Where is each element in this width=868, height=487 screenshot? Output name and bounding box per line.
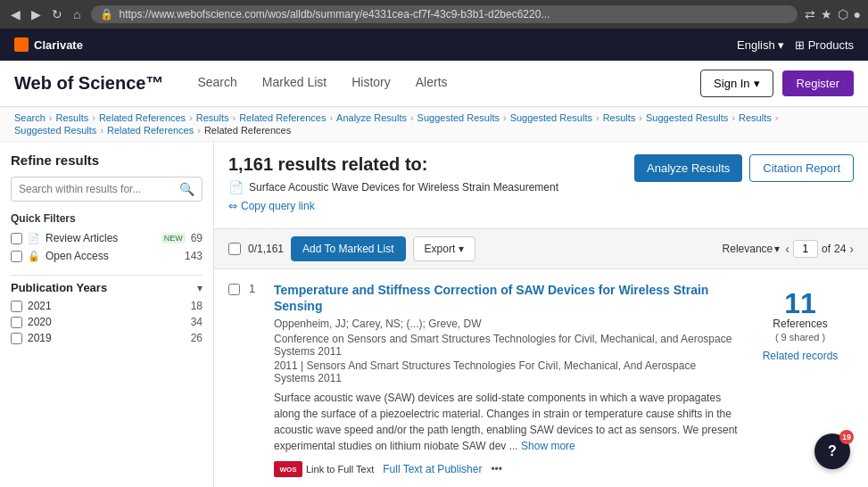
breadcrumb: Search › Results › Related References › … (0, 107, 868, 142)
result-1-fulltext-link[interactable]: WOS Link to Full Text (274, 461, 374, 477)
search-within-box[interactable]: 🔍 (11, 177, 203, 202)
add-to-marked-button[interactable]: Add To Marked List (291, 236, 406, 261)
bookmark-icon[interactable]: ★ (821, 7, 832, 21)
nav-right: Sign In ▾ Register (700, 70, 854, 97)
translate-icon[interactable]: ⇄ (805, 7, 815, 21)
year-2019-checkbox[interactable] (11, 333, 22, 344)
refine-title: Refine results (11, 153, 203, 168)
result-1-number: 1 (249, 282, 265, 477)
nav-marked-list[interactable]: Marked List (250, 61, 339, 106)
result-item-1: 1 Temperature and Stiffness Correction o… (214, 269, 868, 487)
page-input[interactable] (793, 240, 818, 258)
year-2021-label: 2021 (28, 300, 186, 312)
page-content: Refine results 🔍 Quick Filters 📄 Review … (0, 142, 868, 487)
sort-section: Relevance ▾ ‹ of 24 › (723, 240, 854, 258)
breadcrumb-results-3[interactable]: Results (603, 112, 636, 123)
breadcrumb-results-2[interactable]: Results (196, 112, 229, 123)
next-page-button[interactable]: › (849, 242, 854, 256)
help-label: ? (828, 443, 837, 459)
open-access-checkbox[interactable] (11, 251, 22, 262)
link-icon: ⇔ (228, 200, 237, 212)
result-1-more-options[interactable]: ••• (491, 463, 502, 475)
review-articles-checkbox[interactable] (11, 233, 22, 244)
breadcrumb-sep-10: › (732, 112, 735, 123)
citation-report-button[interactable]: Citation Report (749, 154, 854, 182)
result-1-conference: Conference on Sensors and Smart Structur… (274, 333, 738, 358)
nav-history[interactable]: History (339, 61, 403, 106)
search-within-button[interactable]: 🔍 (179, 182, 194, 196)
lock-icon: 🔒 (100, 8, 113, 21)
year-2021-checkbox[interactable] (11, 301, 22, 312)
help-button[interactable]: 19 ? (814, 433, 850, 469)
breadcrumb-search[interactable]: Search (14, 112, 45, 123)
clarivate-square-icon (14, 37, 29, 52)
result-1-content: Temperature and Stiffness Correction of … (274, 282, 738, 477)
breadcrumb-related-refs-3[interactable]: Related References (107, 125, 194, 136)
result-1-checkbox-wrap (228, 284, 240, 477)
document-icon: 📄 (28, 233, 40, 244)
page-nav: ‹ of 24 › (785, 240, 854, 258)
url-text: https://www.webofscience.com/wos/alldb/s… (119, 8, 550, 21)
register-button[interactable]: Register (782, 70, 854, 96)
profile-icon[interactable]: ● (854, 7, 861, 21)
refresh-button[interactable]: ↻ (48, 5, 66, 23)
result-1-title[interactable]: Temperature and Stiffness Correction of … (274, 282, 738, 314)
breadcrumb-related-refs-2[interactable]: Related References (239, 112, 326, 123)
prev-page-button[interactable]: ‹ (785, 242, 789, 256)
breadcrumb-suggested-4[interactable]: Suggested Results (14, 125, 96, 136)
home-button[interactable]: ⌂ (70, 5, 84, 23)
result-1-checkbox[interactable] (228, 284, 240, 295)
export-button[interactable]: Export ▾ (413, 236, 476, 261)
sidebar: Refine results 🔍 Quick Filters 📄 Review … (0, 142, 214, 487)
breadcrumb-sep-1: › (49, 112, 53, 123)
nav-search[interactable]: Search (185, 61, 249, 106)
breadcrumb-suggested-2[interactable]: Suggested Results (510, 112, 592, 123)
breadcrumb-results-1[interactable]: Results (56, 112, 89, 123)
result-1-show-more[interactable]: Show more (521, 440, 575, 452)
source-doc-icon: 📄 (228, 180, 244, 194)
extension-icon[interactable]: ⬡ (838, 7, 848, 21)
clarivate-logo-text: Clarivate (34, 38, 83, 52)
review-articles-count: 69 (191, 232, 203, 244)
source-doc-text: Surface Acoustic Wave Devices for Wirele… (249, 181, 558, 194)
pub-years-header[interactable]: Publication Years ▾ (11, 275, 203, 300)
browser-nav-buttons: ◀ ▶ ↻ ⌂ (7, 5, 84, 23)
nav-bar: Web of Science™ Search Marked List Histo… (0, 61, 868, 107)
products-button[interactable]: ⊞ Products (795, 38, 854, 52)
year-2020-checkbox[interactable] (11, 317, 22, 328)
new-badge: NEW (161, 233, 186, 244)
address-bar[interactable]: 🔒 https://www.webofscience.com/wos/alldb… (91, 5, 797, 23)
select-all-checkbox[interactable] (228, 243, 241, 255)
filter-review-articles: 📄 Review Articles NEW 69 (11, 232, 203, 244)
sort-button[interactable]: Relevance ▾ (723, 243, 781, 255)
pub-years-toggle-icon: ▾ (197, 282, 203, 294)
year-2019-count: 26 (191, 332, 203, 344)
grid-icon: ⊞ (795, 38, 805, 52)
breadcrumb-suggested-1[interactable]: Suggested Results (417, 112, 500, 123)
open-access-count: 143 (185, 250, 203, 262)
analyze-results-button[interactable]: Analyze Results (634, 154, 742, 182)
breadcrumb-sep-5: › (329, 112, 333, 123)
result-1-citation-shared: ( 9 shared ) (754, 332, 847, 343)
export-arrow-icon: ▾ (459, 243, 464, 255)
result-1-related-records[interactable]: Related records (754, 350, 847, 362)
breadcrumb-suggested-3[interactable]: Suggested Results (646, 112, 728, 123)
breadcrumb-sep-6: › (410, 112, 414, 123)
search-within-input[interactable] (19, 183, 179, 195)
sign-in-button[interactable]: Sign In ▾ (700, 70, 773, 97)
breadcrumb-analyze-results[interactable]: Analyze Results (336, 112, 407, 123)
breadcrumb-results-4[interactable]: Results (739, 112, 772, 123)
result-1-publisher-link[interactable]: Full Text at Publisher (383, 463, 482, 475)
browser-icons: ⇄ ★ ⬡ ● (805, 7, 861, 21)
open-access-icon: 🔓 (28, 251, 40, 262)
language-selector[interactable]: English ▾ (737, 38, 784, 52)
quick-filters-title: Quick Filters (11, 212, 203, 225)
filter-open-access: 🔓 Open Access 143 (11, 250, 203, 262)
sort-arrow-icon: ▾ (774, 243, 780, 255)
forward-button[interactable]: ▶ (28, 5, 45, 23)
breadcrumb-related-refs-1[interactable]: Related References (99, 112, 186, 123)
nav-alerts[interactable]: Alerts (403, 61, 460, 106)
back-button[interactable]: ◀ (7, 5, 24, 23)
copy-link[interactable]: ⇔ Copy query link (228, 200, 558, 212)
results-toolbar: 0/1,161 Add To Marked List Export ▾ Rele… (214, 228, 868, 269)
